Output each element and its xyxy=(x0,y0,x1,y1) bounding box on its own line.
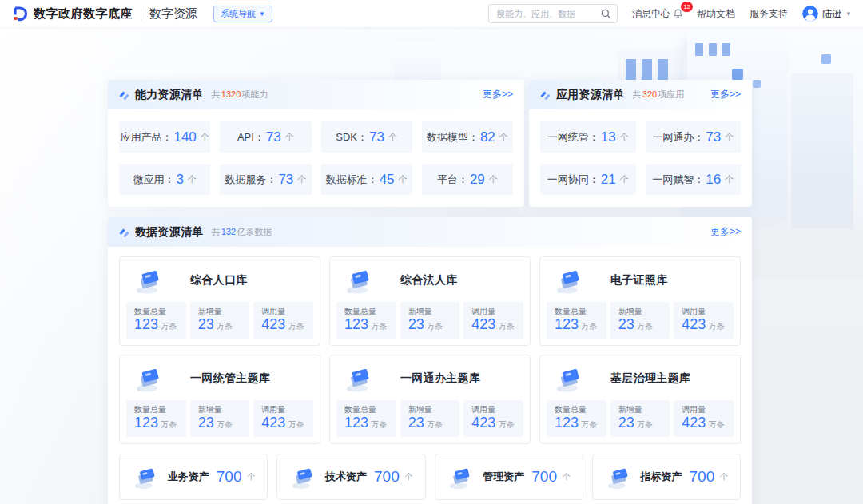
library-card[interactable]: 基层治理主题库 数量总量 123万条 新增量 23万条 调用量 423万条 xyxy=(539,355,741,444)
help-docs-link[interactable]: 帮助文档 xyxy=(697,7,735,21)
page: { "colors": { "accent": "#3377ff", "high… xyxy=(0,0,863,504)
pill-label: 数据服务： xyxy=(225,173,276,187)
capability-count: 共1320项能力 xyxy=(212,89,268,101)
stat-value-row: 23万条 xyxy=(408,316,457,335)
message-center-link[interactable]: 消息中心 12 xyxy=(632,7,682,21)
asset-card[interactable]: 管理资产 700 个 xyxy=(435,454,583,500)
pill-value: 73 xyxy=(266,129,281,145)
search-icon[interactable] xyxy=(601,9,611,19)
system-nav-button[interactable]: 系统导航 ▼ xyxy=(213,6,272,22)
stat-unit: 万条 xyxy=(708,322,724,331)
stat-value: 23 xyxy=(618,415,634,431)
library-card-top: 一网统管主题库 xyxy=(126,361,313,396)
pill-label: 数据标准： xyxy=(326,173,378,187)
stat-value-row: 123万条 xyxy=(555,415,603,433)
cube-shape xyxy=(753,80,761,88)
library-card[interactable]: 一网通办主题库 数量总量 123万条 新增量 23万条 调用量 423万条 xyxy=(329,355,531,444)
stat-box: 新增量 23万条 xyxy=(610,302,670,339)
resource-count-pill[interactable]: 一网协同： 21 个 xyxy=(540,164,636,195)
count-prefix: 共 xyxy=(212,89,221,99)
stat-value-row: 423万条 xyxy=(471,415,520,433)
stat-label: 数量总量 xyxy=(555,306,603,316)
service-support-link[interactable]: 服务支持 xyxy=(750,7,788,21)
stat-box: 调用量 423万条 xyxy=(463,400,523,437)
library-name: 基层治理主题库 xyxy=(610,371,690,386)
pill-label: 微应用： xyxy=(133,173,174,187)
asset-card[interactable]: 技术资产 700 个 xyxy=(276,454,425,500)
count-suffix: 项应用 xyxy=(658,89,684,99)
stat-unit: 万条 xyxy=(498,420,514,429)
chevron-down-icon: ▼ xyxy=(845,10,852,18)
resource-count-pill[interactable]: 数据服务： 73 个 xyxy=(220,164,311,195)
search-input[interactable] xyxy=(495,8,601,19)
user-menu[interactable]: 陆逊 ▼ xyxy=(802,6,852,22)
stat-value-row: 23万条 xyxy=(618,316,667,335)
search-box[interactable] xyxy=(488,4,618,23)
library-card[interactable]: 一网统管主题库 数量总量 123万条 新增量 23万条 调用量 423万条 xyxy=(119,355,320,444)
pill-label: 一网协同： xyxy=(547,173,599,187)
asset-row: 业务资产 700 个 技术资产 700 个 xyxy=(108,444,752,504)
resource-count-pill[interactable]: 一网统管： 13 个 xyxy=(540,121,636,153)
resource-count-pill[interactable]: SDK： 73 个 xyxy=(321,121,412,153)
resource-count-pill[interactable]: API： 73 个 xyxy=(220,121,311,153)
library-stats: 数量总量 123万条 新增量 23万条 调用量 423万条 xyxy=(336,400,523,437)
stat-label: 数量总量 xyxy=(134,404,183,415)
asset-unit: 个 xyxy=(720,471,728,482)
stat-value-row: 23万条 xyxy=(198,415,247,433)
pill-unit: 个 xyxy=(620,173,629,185)
asset-value: 700 xyxy=(531,468,557,486)
pill-value: 73 xyxy=(706,129,721,145)
application-more-link[interactable]: 更多>> xyxy=(710,88,741,101)
stat-value: 123 xyxy=(344,316,368,332)
pill-label: 一网赋智： xyxy=(652,173,704,187)
stat-unit: 万条 xyxy=(217,322,233,331)
count-number: 320 xyxy=(642,89,657,99)
resource-count-pill[interactable]: 一网通办： 73 个 xyxy=(646,121,742,153)
pill-value: 82 xyxy=(480,129,495,145)
stat-value: 123 xyxy=(134,316,158,332)
stat-label: 数量总量 xyxy=(555,404,603,415)
stat-value-row: 23万条 xyxy=(408,415,457,433)
pill-unit: 个 xyxy=(399,173,408,185)
pill-label: 平台： xyxy=(437,173,468,187)
stat-value-row: 123万条 xyxy=(134,316,183,335)
capability-more-link[interactable]: 更多>> xyxy=(483,88,513,101)
pill-label: API： xyxy=(237,130,264,145)
stat-box: 新增量 23万条 xyxy=(400,302,460,339)
resource-count-pill[interactable]: 数据模型： 82 个 xyxy=(422,121,513,153)
resource-count-pill[interactable]: 微应用： 3 个 xyxy=(119,164,210,195)
pill-value: 3 xyxy=(176,172,183,188)
stat-value: 23 xyxy=(198,316,214,332)
library-name: 综合人口库 xyxy=(190,273,248,288)
stat-label: 调用量 xyxy=(261,404,310,415)
stat-unit: 万条 xyxy=(498,322,514,331)
message-center-label: 消息中心 xyxy=(632,7,670,21)
asset-card[interactable]: 指标资产 700 个 xyxy=(592,454,741,500)
application-card-title: 应用资源清单 xyxy=(556,88,625,102)
data-more-link[interactable]: 更多>> xyxy=(710,225,741,239)
resource-count-pill[interactable]: 平台： 29 个 xyxy=(422,164,513,195)
username: 陆逊 xyxy=(822,7,841,21)
stat-unit: 万条 xyxy=(708,420,724,429)
pill-value: 29 xyxy=(470,172,485,188)
asset-3d-icon xyxy=(289,462,318,491)
resource-count-pill[interactable]: 应用产品： 140 个 xyxy=(119,121,210,153)
stat-box: 新增量 23万条 xyxy=(610,400,670,437)
pill-value: 73 xyxy=(369,129,384,145)
pill-unit: 个 xyxy=(489,173,498,185)
library-card[interactable]: 综合人口库 数量总量 123万条 新增量 23万条 调用量 423万条 xyxy=(119,256,320,346)
stat-value-row: 123万条 xyxy=(134,415,183,433)
stat-label: 数量总量 xyxy=(134,306,183,316)
library-card[interactable]: 综合法人库 数量总量 123万条 新增量 23万条 调用量 423万条 xyxy=(329,256,531,346)
library-card[interactable]: 电子证照库 数量总量 123万条 新增量 23万条 调用量 423万条 xyxy=(539,256,741,346)
stat-label: 调用量 xyxy=(261,306,310,316)
application-card-header: 应用资源清单 共320项应用 更多>> xyxy=(529,80,752,109)
chevron-down-icon: ▼ xyxy=(259,10,265,18)
capability-card-header: 能力资源清单 共1320项能力 更多>> xyxy=(108,80,524,109)
asset-card[interactable]: 业务资产 700 个 xyxy=(119,454,268,500)
resource-count-pill[interactable]: 数据标准： 45 个 xyxy=(321,164,412,195)
stat-unit: 万条 xyxy=(288,420,304,429)
resource-count-pill[interactable]: 一网赋智： 16 个 xyxy=(646,164,742,195)
count-prefix: 共 xyxy=(633,89,642,99)
stat-box: 数量总量 123万条 xyxy=(126,400,186,437)
